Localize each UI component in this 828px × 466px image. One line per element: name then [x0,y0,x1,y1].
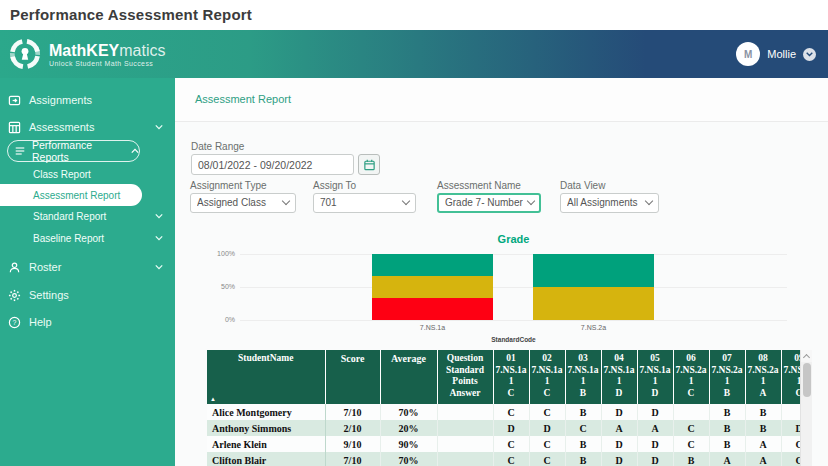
brand-name: MathKEYmatics Unlock Student Math Succes… [49,42,165,67]
assessment-table: StudentName▲ScoreAverageQuestionStandard… [207,350,812,466]
table-header-row: StudentName▲ScoreAverageQuestionStandard… [207,350,812,404]
col-header-score[interactable]: Score [325,350,380,404]
brand-name-light: matics [119,42,165,59]
sidebar-item-baseline-report[interactable]: Baseline Report [33,230,104,246]
sidebar-item-help[interactable]: ?Help [8,312,52,332]
question-answer-key: D [638,388,673,400]
scrollbar-up-arrow-icon[interactable] [801,350,812,362]
answer-cell: B [565,404,601,420]
question-number: 02 [530,353,565,365]
question-answer-key: B [710,388,745,400]
bar-segment-yellow [372,276,493,298]
sidebar-item-class-report[interactable]: Class Report [33,166,91,182]
bar-segment-yellow [533,287,654,320]
question-standard: 7.NS.1a [566,365,601,377]
page-root: Performance Assessment Report MathKEYmat… [0,0,828,466]
settings-icon [8,289,21,302]
chevron-down-icon [155,213,163,219]
table-row: Arlene Klein9/1090%CCBDDCBAC [207,436,812,452]
main-content: Assessment Report Date Range Assignment … [175,78,828,466]
table-row: Clifton Blair7/1070%CCBDDBAAC [207,452,812,466]
sidebar-item-label: Performance Reports [32,139,126,163]
page-title: Performance Assessment Report [10,6,252,23]
sidebar-item-label: Assignments [29,94,92,106]
calendar-button[interactable] [358,154,380,175]
score-cell: 2/10 [325,420,380,436]
meta-spacer-cell [437,404,493,420]
data-view-select[interactable]: All Assignments [560,193,659,213]
col-header-label: StudentName [207,353,325,365]
table-row: Anthony Simmons2/1020%DDCAACBBD [207,420,812,436]
date-range-input[interactable] [191,154,354,175]
col-header-average[interactable]: Average [380,350,437,404]
sidebar-item-standard-report[interactable]: Standard Report [33,208,106,224]
meta-spacer-cell [437,420,493,436]
answer-cell: D [493,420,529,436]
sidebar-item-settings[interactable]: Settings [8,285,69,305]
help-icon: ? [8,316,21,329]
table-scrollbar[interactable] [800,350,812,466]
breadcrumb-bar: Assessment Report [175,78,828,122]
question-points: 1 [494,376,529,388]
assessment-name-select[interactable]: Grade 7- Number Ser [437,193,541,213]
brand-name-bold: MathKEY [49,42,119,59]
average-cell: 20% [380,420,437,436]
sidebar-item-roster[interactable]: Roster [8,257,61,277]
sidebar-item-assignments[interactable]: Assignments [8,90,92,110]
sidebar-item-label: Class Report [33,169,91,180]
assignments-icon [8,94,21,107]
student-name-cell: Anthony Simmons [207,420,325,436]
filter-label-assign-to: Assign To [313,180,356,191]
sidebar-item-assessments[interactable]: Assessments [8,117,94,137]
breadcrumb[interactable]: Assessment Report [195,93,291,105]
y-tick-label: 50% [201,283,235,290]
stacked-bar-7-ns-1a [372,254,493,320]
roster-icon [8,261,21,274]
user-menu[interactable]: M Mollie [736,42,816,66]
answer-cell: C [493,436,529,452]
sidebar-item-label: Assessment Report [33,190,120,201]
answer-cell: B [709,420,745,436]
bar-segment-green [372,254,493,276]
answer-cell: A [709,452,745,466]
answer-cell: A [745,436,781,452]
question-points: 1 [674,376,709,388]
question-points: 1 [746,376,781,388]
sidebar-item-performance-reports[interactable]: Performance Reports [7,140,140,162]
sidebar-item-assessment-report[interactable]: Assessment Report [0,184,142,206]
question-number: 06 [674,353,709,365]
sidebar-item-label: Standard Report [33,211,106,222]
user-menu-chevron[interactable] [803,48,816,61]
avatar[interactable]: M [736,42,760,66]
answer-cell: C [493,404,529,420]
y-tick-label: 0% [201,316,235,323]
stacked-bar-7-ns-2a [533,254,654,320]
filter-label-assessment-name: Assessment Name [437,180,521,191]
answer-cell: B [565,452,601,466]
student-name-cell: Alice Montgomery [207,404,325,420]
question-points: 1 [710,376,745,388]
answer-cell: C [529,452,565,466]
question-answer-key: B [566,388,601,400]
answer-cell: C [493,452,529,466]
meta-label: Points [438,376,493,388]
meta-spacer-cell [437,436,493,452]
answer-cell: B [709,436,745,452]
chevron-up-icon [131,148,139,154]
assign-to-select[interactable]: 701 [313,193,416,213]
question-number: 05 [638,353,673,365]
assignment-type-select[interactable]: Assigned Class [190,193,296,213]
bar-segment-green [533,254,654,287]
date-range-label: Date Range [191,141,244,152]
answer-cell: A [745,452,781,466]
keyhole-ring-icon [8,37,42,71]
brand-logo: MathKEYmatics Unlock Student Math Succes… [8,37,165,71]
col-header-studentname[interactable]: StudentName▲ [207,350,325,404]
col-header-question-04: 047.NS.1a1D [601,350,637,404]
question-standard: 7.NS.2a [746,365,781,377]
answer-cell: D [601,452,637,466]
answer-cell: C [673,436,709,452]
question-number: 07 [710,353,745,365]
scrollbar-thumb[interactable] [803,363,811,397]
col-header-question-06: 067.NS.2a1C [673,350,709,404]
